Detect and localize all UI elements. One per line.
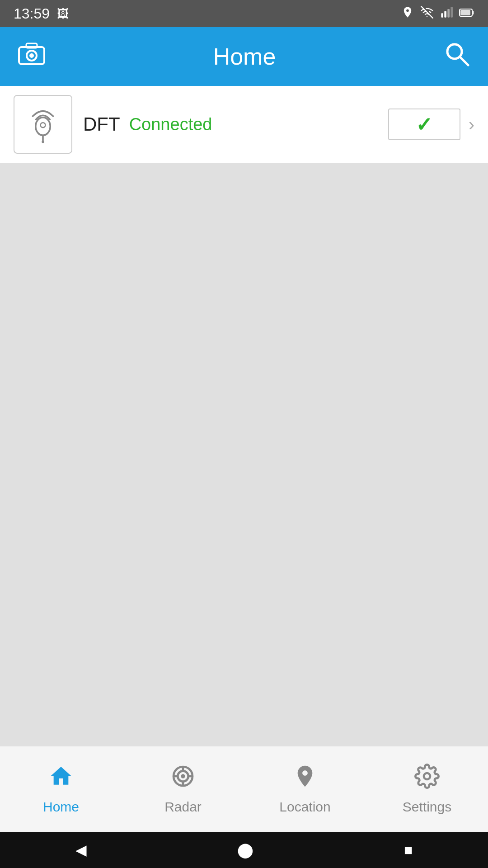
search-icon[interactable] — [444, 41, 470, 72]
svg-rect-6 — [460, 10, 470, 15]
device-detail-arrow-icon[interactable]: › — [469, 114, 474, 135]
svg-rect-9 — [26, 43, 37, 48]
status-time: 13:59 — [14, 5, 50, 22]
svg-rect-2 — [447, 9, 450, 18]
status-bar-left: 13:59 🖼 — [14, 5, 69, 22]
nav-item-location[interactable]: Location — [244, 764, 366, 815]
nav-item-radar[interactable]: Radar — [122, 764, 244, 815]
bottom-navigation: Home Radar Location — [0, 746, 488, 832]
device-name: DFT — [83, 113, 120, 135]
app-bar: Home — [0, 27, 488, 86]
svg-rect-0 — [441, 13, 443, 17]
svg-rect-5 — [472, 11, 474, 14]
back-button[interactable]: ◀ — [75, 841, 87, 859]
page-title: Home — [213, 43, 276, 70]
nav-item-settings[interactable]: Settings — [366, 764, 488, 815]
device-connection-status: Connected — [129, 115, 212, 134]
image-icon: 🖼 — [57, 7, 69, 21]
system-nav-bar: ◀ ⬤ ■ — [0, 832, 488, 868]
nav-label-settings: Settings — [403, 799, 451, 815]
home-icon — [48, 764, 74, 795]
settings-icon — [414, 764, 440, 795]
battery-icon — [459, 7, 474, 21]
map-area — [0, 163, 488, 750]
nav-label-radar: Radar — [164, 799, 202, 815]
wifi-x-icon — [420, 6, 434, 22]
status-bar-right — [401, 6, 474, 22]
svg-point-24 — [424, 773, 430, 779]
nav-label-location: Location — [279, 799, 330, 815]
svg-rect-3 — [450, 7, 453, 17]
recents-button[interactable]: ■ — [404, 842, 413, 859]
home-button[interactable]: ⬤ — [237, 841, 253, 859]
status-bar: 13:59 🖼 — [0, 0, 488, 27]
svg-point-10 — [29, 53, 34, 58]
device-icon-box — [14, 95, 72, 154]
device-card[interactable]: DFT Connected ✓ › — [0, 86, 488, 163]
radar-icon — [170, 764, 196, 795]
svg-point-14 — [41, 123, 46, 127]
location-pin-icon — [401, 6, 414, 22]
device-info: DFT Connected — [83, 113, 388, 135]
svg-line-12 — [460, 57, 468, 65]
device-check-button[interactable]: ✓ — [388, 108, 460, 140]
camera-icon[interactable] — [18, 42, 45, 71]
svg-rect-1 — [444, 11, 446, 17]
svg-point-13 — [36, 118, 50, 136]
checkmark-icon: ✓ — [416, 113, 432, 136]
nav-label-home: Home — [43, 799, 79, 815]
signal-icon — [440, 6, 453, 22]
nav-item-home[interactable]: Home — [0, 764, 122, 815]
svg-point-16 — [42, 141, 44, 143]
location-nav-icon — [292, 764, 318, 795]
svg-point-19 — [181, 774, 185, 778]
